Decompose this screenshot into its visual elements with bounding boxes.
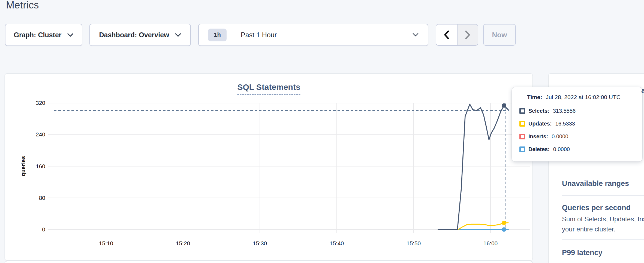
dashboard-dropdown[interactable]: Dashboard: Overview [89,24,191,46]
time-range-label: Past 1 Hour [241,31,277,39]
selects-series-swatch-icon [519,108,525,114]
dashboard-dropdown-label: Dashboard: Overview [99,31,169,39]
tooltip-updates-row: Updates: 16.5333 [519,120,642,127]
now-button-label: Now [492,31,507,39]
page-title: Metrics [6,0,39,11]
tooltip-time-value: Jul 28, 2022 at 16:02:00 UTC [546,94,621,100]
y-axis-label: queries [20,156,26,176]
sql-statements-chart-card [5,74,532,260]
chevron-right-icon [464,30,471,40]
sidebar-section-p99-latency: P99 latency [562,249,603,257]
updates-series-swatch-icon [519,121,525,127]
divider [562,171,644,171]
tooltip-selects-label: Selects: [528,108,549,114]
tooltip-deletes-label: Deletes: [528,146,550,152]
time-window-nav-group [436,24,478,46]
tooltip-inserts-label: Inserts: [528,133,548,140]
chart-hover-tooltip: Time: Jul 28, 2022 at 16:02:00 UTC Selec… [512,87,642,161]
chevron-down-icon [67,33,74,37]
chevron-left-icon [443,30,450,40]
tooltip-selects-row: Selects: 313.5556 [519,107,642,114]
time-range-selector[interactable]: 1h Past 1 Hour [198,24,428,46]
next-time-window-button-disabled[interactable] [457,25,478,45]
divider [562,239,644,240]
time-range-badge: 1h [208,29,227,41]
queries-per-second-description-line1: Sum of Selects, Updates, Inser [562,215,644,223]
tooltip-inserts-value: 0.0000 [552,133,568,140]
tooltip-selects-value: 313.5556 [553,108,576,114]
tooltip-inserts-row: Inserts: 0.0000 [519,133,642,140]
chevron-down-icon [175,33,181,37]
previous-time-window-button[interactable] [436,25,457,45]
tooltip-time-label: Time: [527,94,542,100]
deletes-series-swatch-icon [519,146,525,152]
tooltip-deletes-row: Deletes: 0.0000 [519,146,642,153]
queries-per-second-description-line2: your entire cluster. [562,225,615,233]
now-button[interactable]: Now [483,24,516,46]
sidebar-section-queries-per-second: Queries per second [562,204,631,212]
next-chart-card-top-edge [5,261,532,263]
divider [562,195,644,196]
sidebar-section-unavailable-ranges: Unavailable ranges [562,179,629,188]
graph-scope-dropdown-label: Graph: Cluster [14,31,61,39]
chart-title[interactable]: SQL Statements [237,82,300,95]
clipped-text-fragment: a [641,86,644,95]
tooltip-updates-value: 16.5333 [555,121,575,127]
tooltip-time-row: Time: Jul 28, 2022 at 16:02:00 UTC [527,94,642,101]
inserts-series-swatch-icon [519,134,525,139]
chevron-down-icon [413,33,419,37]
tooltip-updates-label: Updates: [528,121,552,127]
graph-scope-dropdown[interactable]: Graph: Cluster [5,24,82,46]
tooltip-deletes-value: 0.0000 [553,146,570,152]
